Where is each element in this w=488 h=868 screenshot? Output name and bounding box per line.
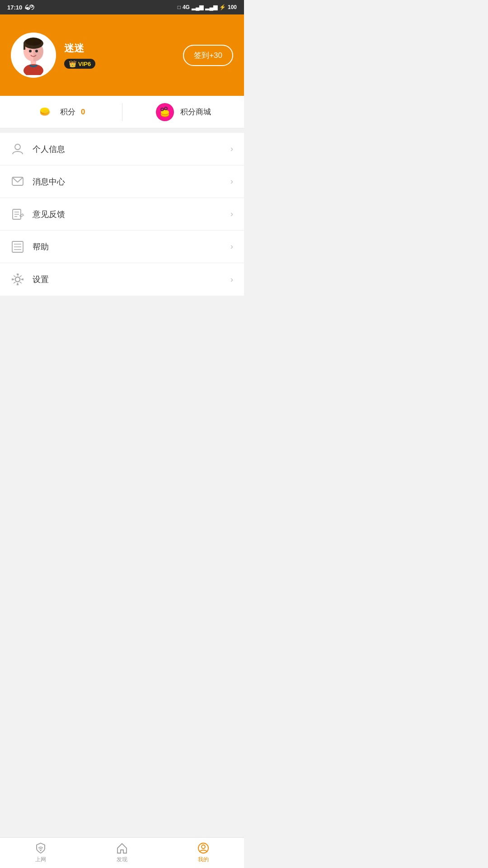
message-icon xyxy=(11,175,24,189)
menu-item-help[interactable]: 帮助 › xyxy=(0,231,244,263)
infinity-icon: ∞ xyxy=(25,4,35,10)
crown-icon: 👑 xyxy=(69,60,76,67)
status-left: 17:10 ∞ xyxy=(7,4,35,11)
menu-list: 个人信息 › 消息中心 › 意见反馈 › 帮助 › xyxy=(0,133,244,296)
arrow-message: › xyxy=(230,177,233,186)
menu-item-feedback[interactable]: 意见反馈 › xyxy=(0,198,244,231)
checkin-button[interactable]: 签到+30 xyxy=(183,45,233,66)
shop-label: 积分商城 xyxy=(180,107,211,117)
status-right: □ 4G ▂▄▆ ▂▄▆ ⚡ 100 xyxy=(178,4,237,10)
edit-icon xyxy=(11,208,24,221)
time-display: 17:10 xyxy=(7,4,22,11)
avatar-image xyxy=(14,35,53,75)
menu-label-message: 消息中心 xyxy=(33,176,230,187)
menu-item-personal-info[interactable]: 个人信息 › xyxy=(0,133,244,165)
svg-point-23 xyxy=(15,144,20,150)
username: 迷迷 xyxy=(64,42,95,55)
person-icon xyxy=(11,142,24,156)
signal-bars2: ▂▄▆ xyxy=(205,4,217,10)
arrow-help: › xyxy=(230,242,233,251)
menu-label-help: 帮助 xyxy=(33,241,230,252)
points-section[interactable]: 积分 0 xyxy=(0,103,122,121)
points-label: 积分 xyxy=(60,107,75,117)
status-bar: 17:10 ∞ □ 4G ▂▄▆ ▂▄▆ ⚡ 100 xyxy=(0,0,244,14)
list-icon xyxy=(11,240,24,254)
shop-icon xyxy=(155,102,175,122)
shop-section[interactable]: 积分商城 xyxy=(122,102,244,122)
signal-bars: ▂▄▆ xyxy=(192,4,204,10)
vip-level: VIP6 xyxy=(78,61,91,67)
vip-badge: 👑 VIP6 xyxy=(64,59,95,69)
gray-content-area xyxy=(0,296,244,431)
points-value: 0 xyxy=(81,108,85,117)
svg-point-13 xyxy=(43,110,50,114)
menu-item-message-center[interactable]: 消息中心 › xyxy=(0,165,244,198)
charging-icon: ⚡ xyxy=(219,4,226,10)
profile-info: 迷迷 👑 VIP6 xyxy=(64,42,95,69)
arrow-settings: › xyxy=(230,275,233,284)
svg-point-5 xyxy=(29,50,32,52)
points-bar: 积分 0 积分商城 xyxy=(0,96,244,128)
gear-icon xyxy=(11,273,24,286)
menu-item-settings[interactable]: 设置 › xyxy=(0,263,244,296)
sim-icon: □ xyxy=(178,4,181,10)
network-4g: 4G xyxy=(183,4,190,10)
profile-header: 迷迷 👑 VIP6 签到+30 xyxy=(0,14,244,96)
svg-line-26 xyxy=(18,177,23,182)
svg-rect-3 xyxy=(23,44,25,50)
coins-icon xyxy=(37,103,55,121)
arrow-personal-info: › xyxy=(230,144,233,154)
avatar[interactable] xyxy=(11,33,56,78)
menu-label-feedback: 意见反馈 xyxy=(33,209,230,220)
profile-left: 迷迷 👑 VIP6 xyxy=(11,33,95,78)
svg-line-25 xyxy=(12,177,18,182)
battery-display: 100 xyxy=(228,4,237,10)
svg-point-37 xyxy=(15,277,20,282)
svg-line-22 xyxy=(164,109,164,109)
svg-text:∞: ∞ xyxy=(25,5,28,10)
menu-label-personal: 个人信息 xyxy=(33,144,230,155)
menu-label-settings: 设置 xyxy=(33,274,230,285)
arrow-feedback: › xyxy=(230,209,233,219)
